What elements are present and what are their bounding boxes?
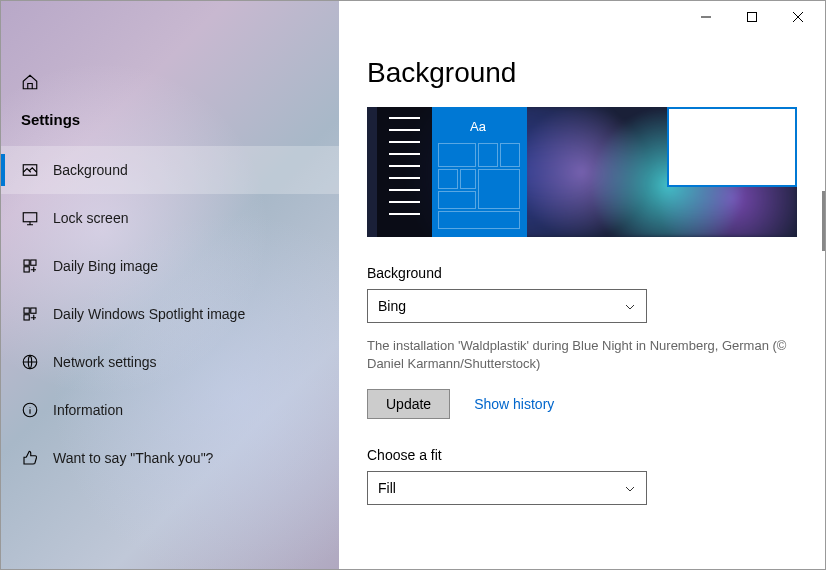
sidebar-item-thankyou[interactable]: Want to say "Thank you"? — [1, 434, 339, 482]
content: Background Aa — [339, 33, 825, 569]
grid-icon — [21, 257, 39, 275]
svg-rect-6 — [31, 308, 36, 313]
page-title: Background — [367, 57, 797, 89]
maximize-button[interactable] — [729, 1, 775, 33]
svg-rect-2 — [24, 260, 29, 265]
svg-rect-7 — [24, 315, 29, 320]
svg-rect-3 — [31, 260, 36, 265]
sidebar-items: Background Lock screen Daily Bing image … — [1, 146, 339, 482]
chevron-down-icon — [624, 300, 636, 312]
globe-icon — [21, 353, 39, 371]
grid-icon — [21, 305, 39, 323]
settings-title: Settings — [1, 61, 339, 146]
sidebar: Settings Background Lock screen Daily Bi… — [1, 1, 339, 569]
sidebar-item-label: Lock screen — [53, 210, 128, 226]
background-dropdown[interactable]: Bing — [367, 289, 647, 323]
info-icon — [21, 401, 39, 419]
chevron-down-icon — [624, 482, 636, 494]
close-button[interactable] — [775, 1, 821, 33]
scrollbar[interactable] — [822, 191, 825, 251]
svg-rect-4 — [24, 267, 29, 272]
show-history-link[interactable]: Show history — [474, 396, 554, 412]
sidebar-item-label: Information — [53, 402, 123, 418]
sidebar-item-label: Background — [53, 162, 128, 178]
sidebar-item-network[interactable]: Network settings — [1, 338, 339, 386]
svg-rect-10 — [748, 13, 757, 22]
fit-value: Fill — [378, 480, 396, 496]
desktop-preview: Aa — [367, 107, 797, 237]
monitor-icon — [21, 209, 39, 227]
titlebar — [339, 1, 825, 33]
sidebar-item-daily-bing[interactable]: Daily Bing image — [1, 242, 339, 290]
svg-rect-5 — [24, 308, 29, 313]
background-value: Bing — [378, 298, 406, 314]
sidebar-item-lockscreen[interactable]: Lock screen — [1, 194, 339, 242]
svg-rect-1 — [23, 213, 37, 222]
sidebar-item-label: Daily Bing image — [53, 258, 158, 274]
sidebar-item-label: Daily Windows Spotlight image — [53, 306, 245, 322]
sidebar-item-daily-spotlight[interactable]: Daily Windows Spotlight image — [1, 290, 339, 338]
image-caption: The installation 'Waldplastik' during Bl… — [367, 337, 797, 373]
main-panel: Background Aa — [339, 1, 825, 569]
thumbs-up-icon — [21, 449, 39, 467]
fit-label: Choose a fit — [367, 447, 797, 463]
image-icon — [21, 161, 39, 179]
fit-dropdown[interactable]: Fill — [367, 471, 647, 505]
update-button[interactable]: Update — [367, 389, 450, 419]
sidebar-item-information[interactable]: Information — [1, 386, 339, 434]
background-label: Background — [367, 265, 797, 281]
sidebar-item-label: Network settings — [53, 354, 156, 370]
minimize-button[interactable] — [683, 1, 729, 33]
sidebar-item-label: Want to say "Thank you"? — [53, 450, 213, 466]
sidebar-item-background[interactable]: Background — [1, 146, 339, 194]
